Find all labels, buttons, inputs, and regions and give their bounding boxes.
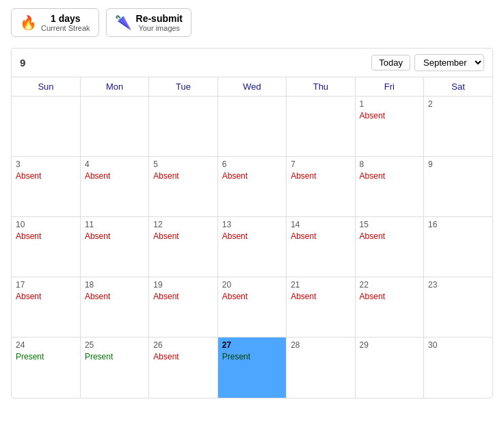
day-number: 8 <box>360 160 419 169</box>
day-status: Absent <box>222 171 248 181</box>
calendar-cell-7: 7Absent <box>287 157 355 217</box>
resubmit-icon: 🌂 <box>115 14 132 31</box>
calendar-container: 9 Today September October November SunMo… <box>11 48 493 398</box>
day-status: Absent <box>16 171 41 181</box>
calendar-cell-26: 26Absent <box>149 338 217 398</box>
calendar-cell-20: 20Absent <box>217 277 286 338</box>
day-number: 29 <box>360 340 419 350</box>
calendar-cell-12: 12Absent <box>149 217 217 277</box>
day-status: Absent <box>85 171 110 181</box>
day-number: 7 <box>291 160 350 169</box>
day-of-week-fri: Fri <box>355 77 423 97</box>
calendar-cell-empty <box>217 97 286 157</box>
month-select[interactable]: September October November <box>414 54 484 71</box>
calendar-cell-18: 18Absent <box>80 277 148 338</box>
day-status: Absent <box>360 111 385 120</box>
today-button[interactable]: Today <box>371 55 410 71</box>
calendar-table: SunMonTueWedThuFriSat 1Absent23Absent4Ab… <box>12 77 492 398</box>
day-status: Absent <box>153 292 178 301</box>
calendar-cell-21: 21Absent <box>287 277 355 338</box>
calendar-week-4: 24Present25Present26Absent27Present28293… <box>12 338 492 398</box>
day-status: Absent <box>85 231 110 241</box>
day-status: Absent <box>16 231 41 241</box>
resubmit-label: Re-submit <box>136 13 183 24</box>
calendar-week-1: 3Absent4Absent5Absent6Absent7Absent8Abse… <box>12 157 492 217</box>
calendar-cell-23: 23 <box>424 277 492 338</box>
calendar-cell-8: 8Absent <box>355 157 423 217</box>
day-status: Absent <box>360 171 385 181</box>
calendar-cell-6: 6Absent <box>217 157 286 217</box>
day-number: 14 <box>291 220 350 229</box>
streak-sublabel: Current Streak <box>41 24 90 32</box>
fire-icon: 🔥 <box>20 14 37 31</box>
day-number: 24 <box>16 340 76 350</box>
calendar-cell-30: 30 <box>424 338 492 398</box>
day-status: Absent <box>153 352 178 361</box>
resubmit-sublabel: Your images <box>136 24 183 32</box>
calendar-cell-4: 4Absent <box>80 157 148 217</box>
day-number: 11 <box>85 220 144 229</box>
day-number: 4 <box>85 160 144 169</box>
day-status: Absent <box>16 292 41 301</box>
calendar-cell-empty <box>12 97 80 157</box>
calendar-cell-17: 17Absent <box>12 277 80 338</box>
day-number: 15 <box>360 220 419 229</box>
day-status: Absent <box>153 171 178 181</box>
calendar-cell-22: 22Absent <box>355 277 423 338</box>
day-number: 18 <box>85 280 144 290</box>
day-status: Absent <box>85 292 110 301</box>
day-status: Absent <box>291 292 316 301</box>
day-number: 3 <box>16 160 76 169</box>
streak-button[interactable]: 🔥 1 days Current Streak <box>11 8 99 37</box>
day-number: 25 <box>85 340 144 350</box>
resubmit-button[interactable]: 🌂 Re-submit Your images <box>106 8 191 37</box>
day-number: 27 <box>222 340 282 350</box>
day-number: 2 <box>428 99 488 109</box>
calendar-cell-14: 14Absent <box>287 217 355 277</box>
day-status: Absent <box>360 231 385 241</box>
calendar-week-3: 17Absent18Absent19Absent20Absent21Absent… <box>12 277 492 338</box>
day-number: 17 <box>16 280 76 290</box>
calendar-cell-24: 24Present <box>12 338 80 398</box>
calendar-cell-empty <box>149 97 217 157</box>
day-of-week-mon: Mon <box>80 77 148 97</box>
day-number: 26 <box>153 340 213 350</box>
day-number: 21 <box>291 280 350 290</box>
day-status: Absent <box>222 292 248 301</box>
day-status: Absent <box>153 231 178 241</box>
day-status: Present <box>16 352 44 361</box>
day-number: 30 <box>428 340 488 350</box>
calendar-week-2: 10Absent11Absent12Absent13Absent14Absent… <box>12 217 492 277</box>
day-status: Present <box>85 352 113 361</box>
calendar-cell-25: 25Present <box>80 338 148 398</box>
calendar-cell-19: 19Absent <box>149 277 217 338</box>
day-number: 16 <box>428 220 488 229</box>
calendar-cell-11: 11Absent <box>80 217 148 277</box>
day-number: 6 <box>222 160 282 169</box>
day-number: 12 <box>153 220 213 229</box>
day-status: Absent <box>291 231 316 241</box>
day-number: 19 <box>153 280 213 290</box>
day-of-week-thu: Thu <box>287 77 355 97</box>
day-number: 28 <box>291 340 350 350</box>
calendar-week-0: 1Absent2 <box>12 97 492 157</box>
calendar-cell-empty <box>287 97 355 157</box>
day-number: 13 <box>222 220 282 229</box>
day-status: Absent <box>222 231 248 241</box>
day-number: 10 <box>16 220 76 229</box>
calendar-month-number: 9 <box>20 57 25 68</box>
day-status: Absent <box>360 292 385 301</box>
calendar-header: 9 Today September October November <box>12 49 492 77</box>
day-of-week-tue: Tue <box>149 77 217 97</box>
day-status: Absent <box>291 171 316 181</box>
top-bar: 🔥 1 days Current Streak 🌂 Re-submit Your… <box>0 0 504 48</box>
day-number: 22 <box>360 280 419 290</box>
calendar-cell-2: 2 <box>424 97 492 157</box>
calendar-cell-5: 5Absent <box>149 157 217 217</box>
day-number: 1 <box>360 99 419 109</box>
calendar-cell-28: 28 <box>287 338 355 398</box>
calendar-cell-empty <box>80 97 148 157</box>
day-number: 9 <box>428 160 488 169</box>
calendar-cell-13: 13Absent <box>217 217 286 277</box>
calendar-cell-10: 10Absent <box>12 217 80 277</box>
